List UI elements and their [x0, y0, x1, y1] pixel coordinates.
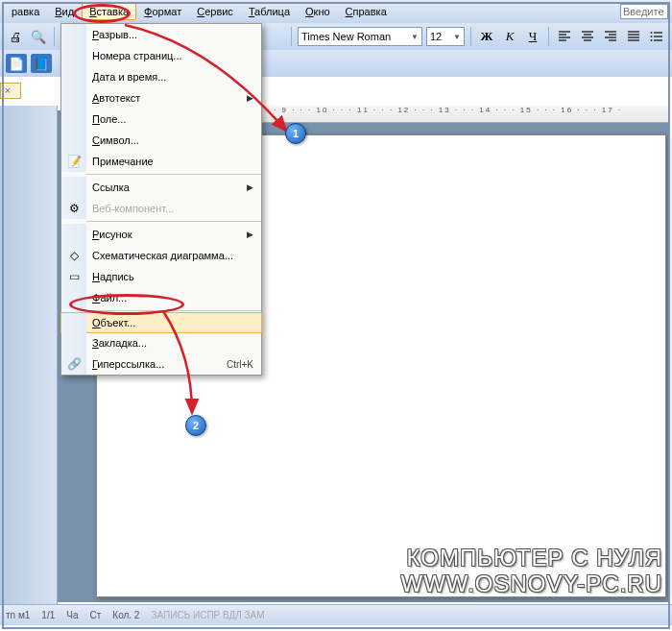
menu-равка[interactable]: равка — [4, 3, 47, 20]
menu-item-shortcut: Ctrl+K — [227, 359, 253, 370]
menu-item-icon — [61, 109, 86, 130]
menu-item-label: Дата и время... — [92, 71, 253, 83]
menu-item[interactable]: Объект... — [60, 312, 262, 333]
submenu-arrow-icon: ▶ — [247, 182, 253, 192]
svg-point-0 — [651, 32, 653, 34]
underline-button[interactable]: Ч — [523, 27, 542, 46]
menu-item-label: Разрыв... — [92, 29, 253, 40]
menu-item-icon — [61, 87, 86, 109]
menu-item[interactable]: Дата и время... — [61, 66, 261, 87]
menu-item[interactable]: 🔗Гиперссылка...Ctrl+K — [61, 353, 261, 375]
menu-сервис[interactable]: Сервис — [189, 3, 241, 20]
help-search-input[interactable] — [620, 4, 668, 19]
menu-item-icon: ⚙ — [61, 198, 86, 219]
align-left-button[interactable] — [555, 27, 574, 46]
menu-item[interactable]: Ссылка▶ — [61, 177, 261, 198]
menu-item-icon: ▭ — [61, 266, 86, 287]
print-icon[interactable]: 🖨 — [6, 27, 25, 46]
menu-item-label: Ссылка — [92, 182, 247, 193]
status-bar: тn м1 1/1 Чa Ст Кол. 2 ЗАПИСЬ ИСПР ВДЛ З… — [0, 604, 672, 625]
separator — [548, 27, 549, 46]
menu-окно[interactable]: Окно — [298, 3, 338, 20]
menu-item-icon: 📝 — [61, 151, 86, 172]
menu-item[interactable]: 📝Примечание — [61, 151, 261, 172]
callout-badge-2: 2 — [185, 415, 206, 436]
preview-icon[interactable]: 🔍 — [29, 27, 48, 46]
side-tab[interactable]: × — [0, 83, 21, 99]
menu-вид[interactable]: Вид — [47, 3, 82, 20]
menu-справка[interactable]: Справка — [338, 3, 395, 20]
align-right-button[interactable] — [601, 27, 620, 46]
status-pages: 1/1 — [41, 610, 55, 620]
menu-item-icon — [61, 66, 86, 87]
close-icon[interactable]: × — [5, 85, 11, 96]
menu-item[interactable]: Номера страниц... — [61, 45, 261, 66]
menu-item[interactable]: Поле... — [61, 109, 261, 130]
font-name-select[interactable]: Times New Roman ▼ — [298, 27, 422, 46]
menu-item-icon — [61, 313, 86, 332]
menu-item-icon: ◇ — [61, 245, 86, 266]
status-page: тn м1 — [6, 610, 30, 620]
menu-item-label: Гиперссылка... — [92, 358, 219, 370]
menu-таблица[interactable]: Таблица — [241, 3, 298, 20]
menu-item-icon — [61, 332, 86, 353]
align-center-button[interactable] — [578, 27, 597, 46]
menu-item-icon: 🔗 — [61, 353, 86, 375]
font-size-select[interactable]: 12 ▼ — [426, 27, 465, 46]
menu-item-label: Автотекст — [92, 92, 247, 104]
bold-button[interactable]: Ж — [477, 27, 496, 46]
menu-item[interactable]: Закладка... — [61, 332, 261, 353]
menu-item[interactable]: Символ... — [61, 130, 261, 151]
status-modes: ЗАПИСЬ ИСПР ВДЛ ЗАМ — [151, 610, 264, 620]
status-col: Кол. 2 — [112, 610, 139, 620]
menu-item-label: Номера страниц... — [92, 50, 253, 61]
menu-item[interactable]: ◇Схематическая диаграмма... — [61, 245, 261, 266]
menu-формат[interactable]: Формат — [136, 3, 189, 20]
separator — [470, 27, 471, 46]
align-justify-button[interactable] — [624, 27, 643, 46]
font-name-value: Times New Roman — [301, 31, 391, 42]
menu-item-label: Примечание — [92, 156, 253, 167]
menu-item-label: Рисунок — [92, 229, 247, 240]
font-size-value: 12 — [430, 31, 442, 42]
menu-вставка[interactable]: Вставка — [82, 3, 136, 20]
list-button[interactable] — [647, 27, 666, 46]
chevron-down-icon: ▼ — [453, 33, 461, 41]
status-line: Ст — [90, 610, 102, 620]
callout-badge-1: 1 — [285, 123, 306, 144]
menu-item[interactable]: ▭Надпись — [61, 266, 261, 287]
menu-item-label: Объект... — [92, 317, 253, 328]
menu-item[interactable]: Автотекст▶ — [61, 87, 261, 109]
menu-separator — [86, 174, 261, 175]
menu-separator — [86, 221, 261, 222]
insert-menu-dropdown: Разрыв...Номера страниц...Дата и время..… — [60, 23, 262, 376]
menu-item-icon — [61, 130, 86, 151]
doc2-icon[interactable]: 📘 — [31, 54, 52, 73]
menu-item-icon — [61, 24, 86, 45]
menu-item-label: Символ... — [92, 134, 253, 146]
menu-item[interactable]: Рисунок▶ — [61, 224, 261, 245]
menu-item-icon — [61, 224, 86, 245]
menu-item[interactable]: Разрыв... — [61, 24, 261, 45]
left-gutter — [0, 106, 58, 615]
menu-item-icon — [61, 177, 86, 198]
svg-point-1 — [651, 36, 653, 37]
menu-item: ⚙Веб-компонент... — [61, 198, 261, 219]
submenu-arrow-icon: ▶ — [247, 230, 253, 239]
menu-item-label: Файл... — [92, 292, 253, 303]
status-pos: Чa — [66, 610, 78, 620]
menu-item-icon — [61, 287, 86, 308]
separator — [54, 27, 55, 46]
menu-item-icon — [61, 45, 86, 66]
submenu-arrow-icon: ▶ — [247, 93, 253, 103]
menu-item-label: Веб-компонент... — [92, 203, 253, 214]
menu-item-label: Закладка... — [92, 337, 253, 349]
separator — [291, 27, 292, 46]
menu-separator — [86, 310, 261, 311]
italic-button[interactable]: К — [500, 27, 519, 46]
chevron-down-icon: ▼ — [411, 33, 419, 41]
menu-item-label: Схематическая диаграмма... — [92, 250, 253, 261]
menu-item[interactable]: Файл... — [61, 287, 261, 308]
menu-item-label: Поле... — [92, 113, 253, 125]
doc-icon[interactable]: 📄 — [6, 54, 27, 73]
